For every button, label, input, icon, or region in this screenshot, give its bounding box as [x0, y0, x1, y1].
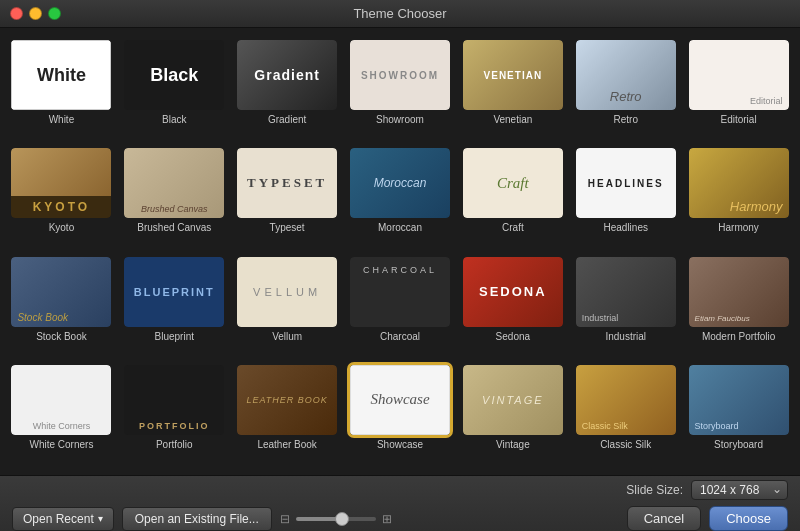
theme-item-portfolio[interactable]: PORTFOLIOPortfolio — [121, 363, 228, 465]
theme-thumb-typeset: TYPESET — [237, 148, 337, 218]
theme-item-vintage[interactable]: VINTAGEVintage — [459, 363, 566, 465]
theme-thumb-craft: Craft — [463, 148, 563, 218]
theme-thumb-moroccan: Moroccan — [350, 148, 450, 218]
theme-item-brushed-canvas[interactable]: Brushed CanvasBrushed Canvas — [121, 146, 228, 248]
theme-label-typeset: Typeset — [270, 222, 305, 233]
theme-label-white: White — [49, 114, 75, 125]
theme-item-sedona[interactable]: SEDONASedona — [459, 255, 566, 357]
theme-label-storyboard: Storyboard — [714, 439, 763, 450]
theme-thumb-kyoto: KYOTO — [11, 148, 111, 218]
choose-button[interactable]: Choose — [709, 506, 788, 531]
theme-thumb-retro: Retro — [576, 40, 676, 110]
theme-label-stock-book: Stock Book — [36, 331, 87, 342]
theme-item-blueprint[interactable]: BLUEPRINTBlueprint — [121, 255, 228, 357]
theme-item-kyoto[interactable]: KYOTOKyoto — [8, 146, 115, 248]
theme-label-editorial: Editorial — [720, 114, 756, 125]
theme-item-white[interactable]: WhiteWhite — [8, 38, 115, 140]
theme-item-craft[interactable]: CraftCraft — [459, 146, 566, 248]
minimize-button[interactable] — [29, 7, 42, 20]
theme-thumb-gradient: Gradient — [237, 40, 337, 110]
theme-label-white-corners: White Corners — [29, 439, 93, 450]
zoom-in-icon: ⊞ — [382, 512, 392, 526]
theme-thumb-headlines: HEADLINES — [576, 148, 676, 218]
slide-size-wrapper[interactable]: 1024 x 768 1920 x 1080 800 x 600 Custom.… — [691, 480, 788, 500]
theme-thumb-charcoal: CHARCOAL — [350, 257, 450, 327]
theme-thumb-showroom: SHOWROOM — [350, 40, 450, 110]
zoom-out-icon: ⊟ — [280, 512, 290, 526]
slide-size-select[interactable]: 1024 x 768 1920 x 1080 800 x 600 Custom.… — [691, 480, 788, 500]
theme-label-venetian: Venetian — [493, 114, 532, 125]
theme-label-retro: Retro — [613, 114, 637, 125]
theme-item-gradient[interactable]: GradientGradient — [234, 38, 341, 140]
theme-item-black[interactable]: BlackBlack — [121, 38, 228, 140]
theme-item-showcase[interactable]: ShowcaseShowcase — [347, 363, 454, 465]
theme-item-leather-book[interactable]: LEATHER BOOKLeather Book — [234, 363, 341, 465]
theme-label-industrial: Industrial — [605, 331, 646, 342]
theme-thumb-storyboard: Storyboard — [689, 365, 789, 435]
cancel-label: Cancel — [644, 511, 684, 526]
theme-thumb-brushed-canvas: Brushed Canvas — [124, 148, 224, 218]
theme-label-craft: Craft — [502, 222, 524, 233]
window-title: Theme Chooser — [353, 6, 446, 21]
theme-thumb-blueprint: BLUEPRINT — [124, 257, 224, 327]
theme-item-stock-book[interactable]: Stock BookStock Book — [8, 255, 115, 357]
theme-thumb-industrial: Industrial — [576, 257, 676, 327]
theme-label-vintage: Vintage — [496, 439, 530, 450]
theme-item-white-corners[interactable]: White CornersWhite Corners — [8, 363, 115, 465]
open-recent-button[interactable]: Open Recent ▾ — [12, 507, 114, 531]
cancel-button[interactable]: Cancel — [627, 506, 701, 531]
theme-item-industrial[interactable]: IndustrialIndustrial — [572, 255, 679, 357]
close-button[interactable] — [10, 7, 23, 20]
slide-size-row: Slide Size: 1024 x 768 1920 x 1080 800 x… — [12, 480, 788, 506]
bottom-bar: Slide Size: 1024 x 768 1920 x 1080 800 x… — [0, 475, 800, 531]
theme-thumb-editorial: Editorial — [689, 40, 789, 110]
theme-label-brushed-canvas: Brushed Canvas — [137, 222, 211, 233]
theme-label-vellum: Vellum — [272, 331, 302, 342]
choose-label: Choose — [726, 511, 771, 526]
theme-item-showroom[interactable]: SHOWROOMShowroom — [347, 38, 454, 140]
theme-thumb-vellum: VELLUM — [237, 257, 337, 327]
theme-label-sedona: Sedona — [496, 331, 530, 342]
theme-thumb-portfolio: PORTFOLIO — [124, 365, 224, 435]
theme-label-headlines: Headlines — [603, 222, 647, 233]
theme-item-harmony[interactable]: HarmonyHarmony — [685, 146, 792, 248]
theme-item-classic-silk[interactable]: Classic SilkClassic Silk — [572, 363, 679, 465]
theme-thumb-classic-silk: Classic Silk — [576, 365, 676, 435]
theme-label-charcoal: Charcoal — [380, 331, 420, 342]
theme-thumb-modern-portfolio: Etiam Faucibus — [689, 257, 789, 327]
theme-label-blueprint: Blueprint — [155, 331, 194, 342]
theme-label-black: Black — [162, 114, 186, 125]
theme-label-showcase: Showcase — [377, 439, 423, 450]
theme-item-modern-portfolio[interactable]: Etiam FaucibusModern Portfolio — [685, 255, 792, 357]
theme-item-storyboard[interactable]: StoryboardStoryboard — [685, 363, 792, 465]
theme-label-showroom: Showroom — [376, 114, 424, 125]
theme-thumb-leather-book: LEATHER BOOK — [237, 365, 337, 435]
theme-item-venetian[interactable]: VENETIANVenetian — [459, 38, 566, 140]
theme-thumb-white-corners: White Corners — [11, 365, 111, 435]
open-recent-label: Open Recent — [23, 512, 94, 526]
open-existing-label: Open an Existing File... — [135, 512, 259, 526]
theme-item-retro[interactable]: RetroRetro — [572, 38, 679, 140]
theme-item-headlines[interactable]: HEADLINESHeadlines — [572, 146, 679, 248]
theme-label-gradient: Gradient — [268, 114, 306, 125]
theme-label-modern-portfolio: Modern Portfolio — [702, 331, 775, 342]
theme-thumb-white: White — [11, 40, 111, 110]
theme-item-charcoal[interactable]: CHARCOALCharcoal — [347, 255, 454, 357]
theme-item-vellum[interactable]: VELLUMVellum — [234, 255, 341, 357]
theme-item-typeset[interactable]: TYPESETTypeset — [234, 146, 341, 248]
theme-thumb-black: Black — [124, 40, 224, 110]
theme-label-classic-silk: Classic Silk — [600, 439, 651, 450]
theme-item-editorial[interactable]: EditorialEditorial — [685, 38, 792, 140]
theme-item-moroccan[interactable]: MoroccanMoroccan — [347, 146, 454, 248]
theme-label-leather-book: Leather Book — [257, 439, 317, 450]
actions-row: Open Recent ▾ Open an Existing File... ⊟… — [12, 506, 788, 531]
theme-label-kyoto: Kyoto — [49, 222, 75, 233]
zoom-slider[interactable] — [296, 517, 376, 521]
open-existing-button[interactable]: Open an Existing File... — [122, 507, 272, 531]
theme-thumb-stock-book: Stock Book — [11, 257, 111, 327]
maximize-button[interactable] — [48, 7, 61, 20]
theme-thumb-sedona: SEDONA — [463, 257, 563, 327]
right-actions: Cancel Choose — [627, 506, 788, 531]
slide-size-label: Slide Size: — [626, 483, 683, 497]
window-controls[interactable] — [10, 7, 61, 20]
